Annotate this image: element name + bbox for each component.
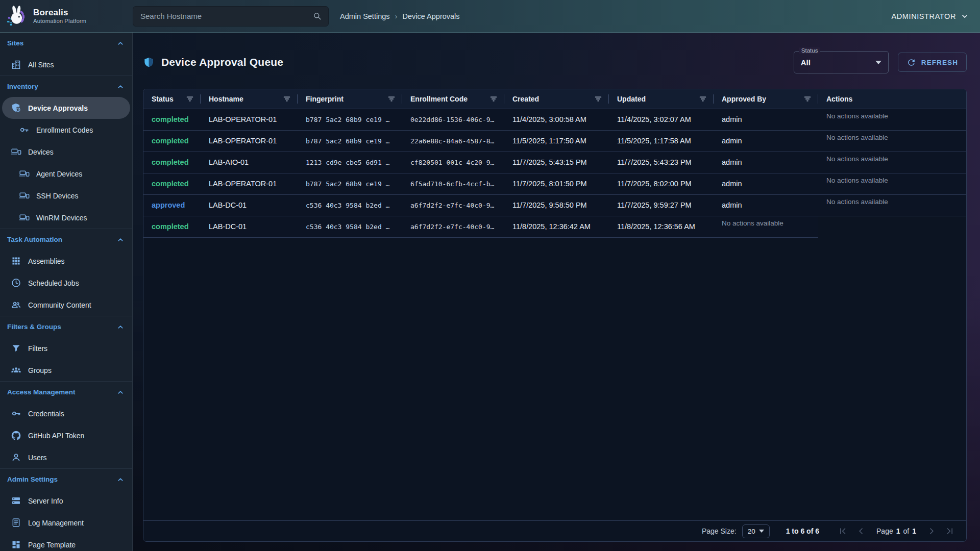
borealis-logo-icon [5, 5, 29, 28]
fingerprint-cell: b787 5ac2 68b9 ce19 … [298, 109, 402, 130]
enrollment-code-cell: 22a6e88c-84a6-4587-8… [402, 130, 504, 152]
next-page-button[interactable] [926, 526, 937, 536]
column-header-actions: Actions [818, 89, 966, 109]
table-row: approved LAB-DC-01 c536 40c3 9584 b2ed …… [143, 194, 966, 216]
sidebar-item-winrm-devices[interactable]: WinRM Devices [0, 207, 132, 229]
key-icon [11, 408, 21, 419]
filter-icon[interactable] [489, 94, 498, 104]
brand-link[interactable]: Borealis Automation Platform [0, 5, 133, 28]
sidebar-section-sites: Sites All Sites [0, 33, 132, 76]
column-header-status[interactable]: Status [143, 89, 201, 109]
log-icon [11, 517, 21, 528]
sidebar-section-filters-groups: Filters & Groups Filters Groups [0, 316, 132, 381]
column-header-created[interactable]: Created [504, 89, 609, 109]
created-cell: 11/7/2025, 8:01:50 PM [504, 173, 609, 194]
column-header-enrollment-code[interactable]: Enrollment Code [402, 89, 504, 109]
page-size-select[interactable]: 20 [742, 524, 770, 538]
refresh-icon [906, 58, 916, 67]
column-header-updated[interactable]: Updated [609, 89, 714, 109]
approved-by-cell: admin [714, 194, 818, 216]
dropdown-arrow-icon [759, 530, 764, 533]
column-header-hostname[interactable]: Hostname [201, 89, 298, 109]
sidebar: Sites All Sites Inventory Device Approva… [0, 33, 133, 551]
search-input[interactable] [139, 11, 312, 21]
created-cell: 11/7/2025, 9:58:50 PM [504, 194, 609, 216]
sidebar-section-header-access-management[interactable]: Access Management [0, 382, 132, 403]
filter-icon[interactable] [282, 94, 291, 104]
filter-icon[interactable] [594, 94, 603, 104]
sidebar-section-header-task-automation[interactable]: Task Automation [0, 229, 132, 250]
search-box[interactable] [133, 6, 329, 27]
pagination-bar: Page Size: 20 1 to 6 of 6 Page 1 of 1 [143, 520, 966, 541]
server-icon [11, 495, 21, 506]
sidebar-section-header-inventory[interactable]: Inventory [0, 76, 132, 97]
filter-icon[interactable] [803, 94, 812, 104]
filter-icon[interactable] [698, 94, 707, 104]
table-row: completed LAB-OPERATOR-01 b787 5ac2 68b9… [143, 130, 966, 152]
first-page-button[interactable] [838, 526, 848, 536]
created-cell: 11/4/2025, 3:00:58 AM [504, 109, 609, 130]
column-header-fingerprint[interactable]: Fingerprint [298, 89, 402, 109]
last-page-button[interactable] [945, 526, 955, 536]
sidebar-item-enrollment-codes[interactable]: Enrollment Codes [0, 119, 132, 141]
sidebar-item-log-management[interactable]: Log Management [0, 512, 132, 534]
table-row: completed LAB-AIO-01 1213 cd9e cbe5 6d91… [143, 152, 966, 173]
status-cell: completed [143, 109, 201, 130]
sidebar-item-groups[interactable]: Groups [0, 359, 132, 381]
sidebar-item-device-approvals[interactable]: Device Approvals [2, 97, 130, 119]
updated-cell: 11/8/2025, 12:36:56 AM [609, 216, 714, 237]
approved-by-cell: admin [714, 130, 818, 152]
breadcrumb: Admin Settings › Device Approvals [340, 12, 460, 20]
brand-title: Borealis [33, 8, 86, 18]
fingerprint-cell: c536 40c3 9584 b2ed … [298, 216, 402, 237]
status-filter-value: All [801, 58, 811, 67]
sidebar-item-all-sites[interactable]: All Sites [0, 54, 132, 76]
breadcrumb-admin-settings[interactable]: Admin Settings [340, 12, 390, 20]
approved-by-cell: admin [714, 173, 818, 194]
sidebar-item-agent-devices[interactable]: Agent Devices [0, 163, 132, 185]
sidebar-item-credentials[interactable]: Credentials [0, 403, 132, 424]
sidebar-item-ssh-devices[interactable]: SSH Devices [0, 185, 132, 207]
hostname-cell: LAB-AIO-01 [201, 152, 298, 173]
user-menu-label: ADMINISTRATOR [892, 12, 957, 20]
table-empty-area [143, 238, 966, 521]
sidebar-item-scheduled-jobs[interactable]: Scheduled Jobs [0, 272, 132, 294]
table-row: completed LAB-OPERATOR-01 b787 5ac2 68b9… [143, 173, 966, 194]
chevron-up-icon [116, 475, 125, 484]
sidebar-section-task-automation: Task Automation Assemblies Scheduled Job… [0, 229, 132, 316]
table-row: completed LAB-DC-01 c536 40c3 9584 b2ed … [143, 216, 966, 237]
updated-cell: 11/5/2025, 1:17:58 AM [609, 130, 714, 152]
search-icon[interactable] [312, 11, 322, 21]
sidebar-item-devices[interactable]: Devices [0, 141, 132, 163]
column-header-approved-by[interactable]: Approved By [714, 89, 818, 109]
header-controls: Status All REFRESH [794, 51, 967, 73]
breadcrumb-device-approvals[interactable]: Device Approvals [403, 12, 460, 20]
hostname-cell: LAB-OPERATOR-01 [201, 109, 298, 130]
sidebar-item-users[interactable]: Users [0, 446, 132, 468]
sidebar-section-header-filters-groups[interactable]: Filters & Groups [0, 316, 132, 337]
filter-icon[interactable] [185, 94, 194, 104]
sidebar-item-page-template[interactable]: Page Template [0, 534, 132, 551]
sidebar-item-assemblies[interactable]: Assemblies [0, 250, 132, 272]
sidebar-section-header-sites[interactable]: Sites [0, 33, 132, 54]
filter-icon[interactable] [387, 94, 396, 104]
chevron-down-icon [960, 11, 970, 21]
fingerprint-cell: b787 5ac2 68b9 ce19 … [298, 173, 402, 194]
sidebar-item-filters[interactable]: Filters [0, 337, 132, 359]
refresh-button[interactable]: REFRESH [898, 53, 967, 72]
devices-icon [19, 190, 30, 201]
sidebar-section-header-admin-settings[interactable]: Admin Settings [0, 469, 132, 490]
sidebar-item-community-content[interactable]: Community Content [0, 294, 132, 316]
chevron-up-icon [116, 39, 125, 48]
previous-page-button[interactable] [856, 526, 866, 536]
created-cell: 11/5/2025, 1:17:50 AM [504, 130, 609, 152]
sidebar-item-github-api-token[interactable]: GitHub API Token [0, 424, 132, 446]
status-cell: completed [143, 130, 201, 152]
person-icon [11, 452, 21, 463]
status-filter-select[interactable]: Status All [794, 51, 889, 73]
shield-icon [143, 57, 155, 68]
user-menu[interactable]: ADMINISTRATOR [892, 11, 970, 21]
enrollment-code-cell: a6f7d2f2-e7fc-40c0-9… [402, 216, 504, 237]
sidebar-item-server-info[interactable]: Server Info [0, 490, 132, 512]
updated-cell: 11/7/2025, 9:59:27 PM [609, 194, 714, 216]
